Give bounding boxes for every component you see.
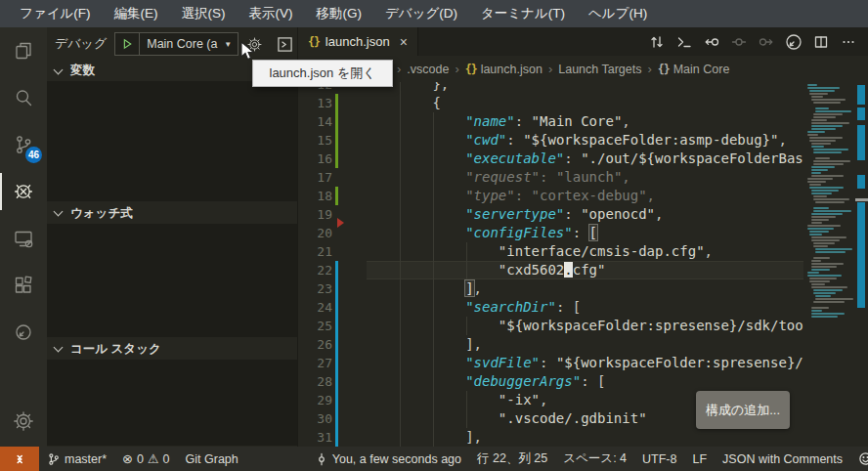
code-line-18[interactable]: 18 "type": "cortex-debug", (298, 187, 868, 205)
remote-indicator[interactable] (0, 447, 39, 471)
minimap-line (809, 234, 822, 236)
watch-panel[interactable] (47, 224, 297, 337)
code-line-27[interactable]: 27 "svdFile": "${workspaceFolder:spresen… (298, 354, 868, 372)
minimap-line (811, 99, 846, 101)
fold-gutter (341, 168, 367, 187)
menu-item[interactable]: デバッグ(D) (373, 0, 469, 27)
code-line-25[interactable]: 25 "${workspaceFolder:spresense}/sdk/too (298, 317, 868, 335)
minimap-line (811, 190, 839, 192)
breadcrumb-label: Main Core (673, 63, 730, 76)
statusbar-blame[interactable]: You, a few seconds ago (307, 447, 469, 471)
statusbar-git-branch[interactable]: master* (39, 447, 114, 471)
errors-icon: ⊗ (122, 451, 133, 466)
menu-item[interactable]: ファイル(F) (8, 0, 103, 27)
tool-circle-icon[interactable] (780, 28, 807, 56)
minimap-line (815, 295, 831, 297)
statusbar-indentation[interactable]: スペース: 4 (555, 447, 634, 471)
call-stack-section-header[interactable]: コール スタック (47, 338, 297, 360)
code-text: { (367, 94, 803, 112)
code-editor[interactable]: 12 },13 {14 "name": "Main Core",15 "cwd"… (298, 82, 868, 447)
statusbar-eol[interactable]: LF (684, 447, 715, 471)
code-line-26[interactable]: 26 ], (298, 335, 868, 354)
code-line-17[interactable]: 17 "request": "launch", (298, 168, 868, 187)
activity-remote-explorer-icon[interactable] (0, 215, 47, 262)
menu-item[interactable]: ターミナル(T) (469, 0, 577, 27)
code-line-21[interactable]: 21 "interface/cmsis-dap.cfg", (298, 242, 868, 261)
git-blue-gutter (332, 298, 341, 317)
git-change-overview-mark (857, 85, 865, 105)
minimap-line (813, 198, 849, 200)
fold-gutter (341, 112, 367, 131)
close-icon[interactable]: × (400, 34, 408, 50)
activity-run-and-debug-icon[interactable] (0, 168, 47, 215)
debug-console-icon[interactable] (277, 33, 293, 55)
breadcrumb-item--vscode[interactable]: .vscode (407, 63, 449, 76)
minimap-line (809, 187, 844, 189)
breadcrumb-item-main-core[interactable]: {}Main Core (658, 63, 730, 76)
split-editor-icon[interactable] (807, 28, 835, 56)
statusbar-problems[interactable]: ⊗0⚠0 (114, 447, 177, 471)
menu-item[interactable]: 編集(E) (103, 0, 170, 27)
git-blue-gutter (332, 317, 341, 335)
minimap-line (807, 178, 833, 180)
tab-label: launch.json (326, 34, 390, 49)
start-debug-icon[interactable] (115, 37, 139, 51)
code-line-19[interactable]: 19 "servertype": "openocd", (298, 205, 868, 224)
breadcrumb-item-launch-json[interactable]: {}launch.json (465, 63, 542, 76)
watch-section-header[interactable]: ウォッチ式 (47, 202, 297, 224)
minimap-line (813, 245, 828, 247)
code-line-31[interactable]: 31 ], (298, 428, 868, 447)
minimap[interactable] (803, 82, 855, 447)
minimap-line (813, 257, 830, 259)
menu-item[interactable]: 選択(S) (170, 0, 238, 27)
more-actions-icon[interactable] (835, 28, 862, 56)
activity-settings-gear-icon[interactable] (0, 398, 47, 445)
open-terminal-icon[interactable] (671, 28, 698, 56)
statusbar-git-graph[interactable]: Git Graph (178, 447, 246, 471)
menu-item[interactable]: 表示(V) (238, 0, 305, 27)
code-line-22[interactable]: 22 "cxd5602.cfg" (298, 261, 868, 279)
chevron-down-icon (54, 207, 64, 217)
minimap-line (811, 316, 838, 318)
call-stack-panel[interactable] (47, 360, 297, 446)
code-line-23[interactable]: 23 ], (298, 279, 868, 298)
editor-region: {} launch.json × ›.vscode›{}launch.json›… (298, 27, 868, 447)
code-line-24[interactable]: 24 "searchDir": [ (298, 298, 868, 317)
statusbar-feedback[interactable] (850, 447, 868, 471)
statusbar-cursor-position[interactable]: 行 22、列 25 (469, 447, 555, 471)
code-line-20[interactable]: 20 "configFiles": [ (298, 224, 868, 242)
minimap-line (811, 313, 845, 315)
indent-guide (433, 112, 434, 447)
minimap-line (815, 107, 829, 109)
chevron-down-icon[interactable]: ▼ (224, 40, 238, 49)
code-line-28[interactable]: 28 "debuggerArgs": [ (298, 372, 868, 391)
tab-launch-json[interactable]: {} launch.json × (298, 27, 418, 56)
menu-item[interactable]: 移動(G) (305, 0, 374, 27)
statusbar-language-mode[interactable]: JSON with Comments (715, 447, 850, 471)
add-configuration-button[interactable]: 構成の追加... (696, 391, 790, 429)
statusbar-encoding[interactable]: UTF-8 (634, 447, 684, 471)
minimap-line (813, 292, 836, 294)
variables-panel[interactable] (47, 81, 297, 201)
code-line-16[interactable]: 16 "executable": "./out/${workspaceFolde… (298, 150, 868, 168)
activity-search-icon[interactable] (0, 74, 47, 121)
activity-source-control-icon[interactable]: 46 (0, 121, 47, 168)
code-line-14[interactable]: 14 "name": "Main Core", (298, 112, 868, 131)
activity-explorer-icon[interactable] (0, 27, 47, 74)
code-line-15[interactable]: 15 "cwd": "${workspaceFolder:asmp-debug}… (298, 131, 868, 150)
nav-back-icon[interactable] (698, 28, 725, 56)
code-line-13[interactable]: 13 { (298, 94, 868, 112)
git-green-gutter (332, 131, 341, 150)
mouse-cursor (238, 41, 257, 63)
debug-config-dropdown[interactable]: Main Core (a ▼ (114, 32, 239, 56)
menu-item[interactable]: ヘルプ(H) (577, 0, 659, 27)
sync-changes-icon[interactable] (643, 28, 671, 56)
activity-tool-circle-icon[interactable] (0, 309, 47, 356)
activity-extensions-icon[interactable] (0, 262, 47, 309)
section-title: ウォッチ式 (70, 205, 133, 222)
line-number: 25 (298, 317, 332, 335)
minimap-line (809, 278, 837, 279)
minimap-line (815, 201, 845, 203)
breadcrumb-item-launch-targets[interactable]: Launch Targets (558, 63, 641, 76)
debug-config-name[interactable]: Main Core (a (140, 37, 224, 51)
